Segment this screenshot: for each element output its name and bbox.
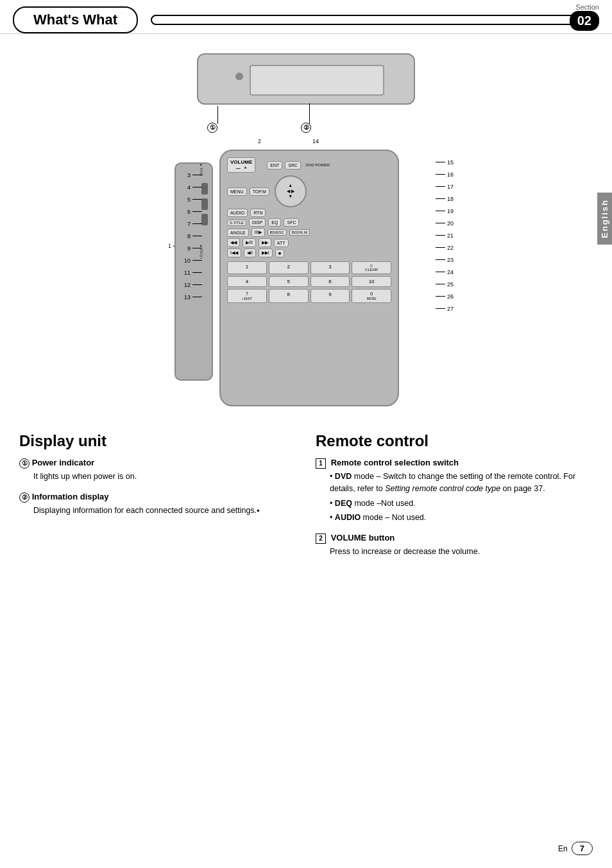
- side-btn-3[interactable]: [201, 214, 208, 225]
- ll-13: 13: [184, 291, 202, 303]
- page-footer: En 7: [558, 842, 593, 855]
- src-btn[interactable]: SRC: [285, 161, 301, 169]
- remote-row-2: MENU TOP.M ▲◀ ▶▼: [227, 175, 391, 207]
- ll-8: 8: [184, 230, 202, 242]
- side-btn-2[interactable]: [201, 198, 208, 210]
- audio-btn[interactable]: AUDIO: [227, 209, 248, 217]
- prev-btn[interactable]: I◀◀: [227, 248, 241, 257]
- rl-17: 17: [436, 180, 454, 193]
- power-indicator-dot: [235, 73, 243, 80]
- subtitle-box: [151, 15, 599, 25]
- num-7[interactable]: 7+10/ST: [227, 289, 267, 303]
- remote-item-1-heading: 1 Remote control selection switch: [316, 458, 593, 469]
- num-2-circle: ②: [301, 123, 311, 133]
- footer-page-number: 7: [572, 842, 593, 855]
- ll-4: 4: [184, 181, 202, 193]
- display-body: [197, 53, 415, 105]
- display-item-1-body: It lights up when power is on.: [19, 471, 296, 483]
- remote-control-section: Remote control 1 Remote control selectio…: [316, 432, 593, 567]
- display-unit-diagram: ① ②: [171, 47, 441, 130]
- rl-24: 24: [436, 266, 454, 278]
- rl-23: 23: [436, 254, 454, 266]
- remote-item-1: 1 Remote control selection switch DVD mo…: [316, 458, 593, 524]
- ll-12: 12: [184, 279, 202, 291]
- att-btn[interactable]: ATT: [274, 239, 289, 247]
- footer-en-label: En: [558, 844, 568, 853]
- topm-btn[interactable]: TOP.M: [250, 187, 269, 196]
- num-10[interactable]: 10: [352, 276, 391, 287]
- sfc-btn[interactable]: SFC: [284, 218, 299, 227]
- rtn-btn[interactable]: RTN: [250, 209, 266, 217]
- num-5[interactable]: 5: [269, 276, 309, 287]
- remote-item-2-heading: 2 VOLUME button: [316, 533, 593, 544]
- section-number: 02: [570, 11, 599, 31]
- ent-btn[interactable]: ENT: [267, 161, 282, 169]
- remote-num-1: 1: [316, 458, 326, 469]
- remote-row-5: ANGLE III▶ BD/ESC BOOK.M: [227, 228, 391, 237]
- clear-btn[interactable]: CCLEAR: [352, 261, 391, 274]
- rl-21: 21: [436, 229, 454, 241]
- bdesc-btn[interactable]: BD/ESC: [268, 229, 287, 236]
- page-header: What's What Section 02: [0, 0, 612, 34]
- frameback-btn[interactable]: ◀II: [244, 248, 256, 257]
- disp-btn[interactable]: DISP: [249, 218, 266, 227]
- right-labels: 15 16 17 18 19 20 21 22 23 24 25 26 27: [436, 156, 454, 315]
- stitle-btn[interactable]: S.TITLE: [227, 220, 246, 226]
- eq-btn[interactable]: EQ: [268, 218, 281, 227]
- rewind-btn[interactable]: ◀◀: [227, 238, 240, 247]
- next-btn[interactable]: ▶▶I: [259, 248, 273, 257]
- rl-27: 27: [436, 302, 454, 315]
- num-4[interactable]: 4: [227, 276, 267, 287]
- label-1: ①: [207, 123, 217, 133]
- num-2[interactable]: 2: [269, 261, 309, 274]
- top-labels: 2 14: [258, 138, 319, 144]
- remote-row-4: S.TITLE DISP EQ SFC: [227, 218, 391, 227]
- display-num-1: ①: [19, 458, 30, 469]
- bullet-deq: DEQ mode –Not used.: [330, 498, 593, 510]
- top-label-14: 14: [312, 138, 319, 144]
- remote-row: 1 ▲ DVD ▲ DEQ+ 2 14 3 4 5: [174, 143, 399, 406]
- display-item-2-body: Displaying information for each connecte…: [19, 505, 296, 517]
- numpad-grid: 1 2 3 CCLEAR 4 5 6 10 7+10/ST 8 9 0MODE: [227, 261, 391, 303]
- number-pad: 1 2 3 CCLEAR 4 5 6 10 7+10/ST 8 9 0MODE: [227, 261, 391, 303]
- remote-diagram: VOLUME— + ENT SRC DVD POWER MENU TOP.M ▲…: [219, 150, 399, 406]
- display-unit-section: Display unit ① Power indicator It lights…: [19, 432, 296, 567]
- num-8[interactable]: 8: [269, 289, 309, 303]
- top-label-2: 2: [258, 138, 261, 144]
- rl-26: 26: [436, 290, 454, 302]
- display-item-2: ② Information display Displaying informa…: [19, 492, 296, 517]
- display-item-1-label: Power indicator: [32, 458, 95, 467]
- num-6[interactable]: 6: [310, 276, 350, 287]
- bookm-btn[interactable]: BOOK.M: [289, 229, 310, 236]
- iiiplay-btn[interactable]: III▶: [251, 228, 265, 237]
- remote-item-2: 2 VOLUME button Press to increase or dec…: [316, 533, 593, 558]
- volume-btn[interactable]: VOLUME— +: [227, 157, 255, 173]
- rl-20: 20: [436, 217, 454, 229]
- remote-item-2-body: Press to increase or decrease the volume…: [316, 546, 593, 558]
- remote-control-heading: Remote control: [316, 432, 593, 450]
- stop-btn[interactable]: ■: [275, 249, 284, 257]
- num-0[interactable]: 0MODE: [352, 289, 391, 303]
- remote-item-1-label: Remote control selection switch: [331, 458, 459, 467]
- fastfwd-btn[interactable]: ▶▶: [259, 238, 271, 247]
- display-item-1: ① Power indicator It lights up when powe…: [19, 458, 296, 483]
- num-1[interactable]: 1: [227, 261, 267, 274]
- page-title: What's What: [13, 6, 138, 33]
- display-item-2-label: Information display: [32, 492, 109, 501]
- rl-15: 15: [436, 156, 454, 168]
- ll-7: 7: [184, 218, 202, 230]
- num-3[interactable]: 3: [310, 261, 350, 274]
- angle-btn[interactable]: ANGLE: [227, 229, 249, 237]
- ll-10: 10: [184, 254, 202, 266]
- label-2: ②: [301, 123, 311, 133]
- remote-row-3: AUDIO RTN: [227, 209, 391, 217]
- playpause-btn[interactable]: ▶/II: [242, 238, 256, 247]
- ll-5: 5: [184, 193, 202, 205]
- menu-btn[interactable]: MENU: [227, 187, 247, 196]
- line-2: [309, 103, 310, 124]
- english-tab: English: [597, 193, 612, 245]
- side-btn-1[interactable]: [201, 183, 208, 195]
- remote-row-1: VOLUME— + ENT SRC DVD POWER: [227, 157, 391, 173]
- display-item-1-heading: ① Power indicator: [19, 458, 296, 469]
- num-9[interactable]: 9: [310, 289, 350, 303]
